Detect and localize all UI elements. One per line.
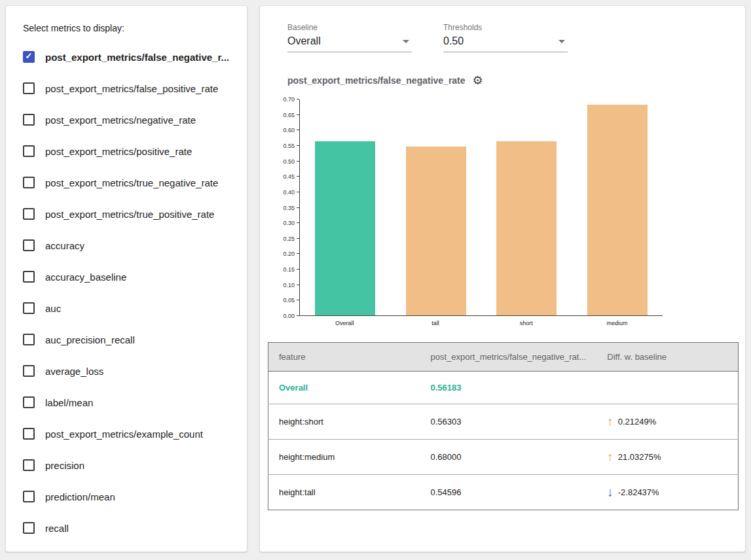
metric-checkbox-item[interactable]: auc_precision_recall	[23, 324, 231, 355]
checkbox-icon[interactable]	[23, 522, 35, 534]
thresholds-select-label: Thresholds	[443, 23, 568, 32]
y-tick-label: 0.00	[283, 313, 295, 319]
checkbox-icon[interactable]	[23, 51, 35, 63]
checkbox-icon[interactable]	[23, 82, 35, 94]
table-row: Overall 0.56183	[268, 372, 739, 404]
metric-label: post_export_metrics/negative_rate	[45, 114, 196, 126]
y-tick-label: 0.70	[283, 96, 295, 103]
metric-checkbox-item[interactable]: post_export_metrics/true_positive_rate	[23, 198, 231, 230]
bar-tall[interactable]	[406, 147, 466, 315]
checkbox-icon[interactable]	[23, 459, 35, 471]
diff-value: 0.21249%	[618, 417, 657, 427]
checkbox-icon[interactable]	[23, 114, 35, 126]
metric-label: prediction/mean	[45, 491, 115, 502]
y-tick-mark	[297, 238, 299, 239]
metric-label: post_export_metrics/false_negative_r...	[45, 52, 229, 63]
y-tick-mark	[297, 99, 299, 99]
y-tick-label: 0.50	[283, 158, 295, 165]
diff-cell: ↓ -2.82437%	[596, 475, 738, 510]
y-tick-mark	[297, 130, 299, 130]
metric-checkbox-item[interactable]: post_export_metrics/true_negative_rate	[23, 167, 231, 198]
metric-selector-panel: Select metrics to display: post_export_m…	[5, 5, 247, 552]
metric-label: recall	[45, 523, 69, 534]
table-row: height:short 0.56303 ↑ 0.21249%	[268, 404, 739, 440]
table-row: height:medium 0.68000 ↑ 21.03275%	[268, 440, 739, 475]
metric-label: post_export_metrics/true_positive_rate	[45, 209, 214, 220]
metric-checkbox-item[interactable]: precision	[23, 449, 231, 481]
y-tick-mark	[297, 145, 299, 146]
metric-checkbox-item[interactable]: recall	[23, 512, 231, 544]
metric-label: post_export_metrics/positive_rate	[45, 146, 192, 157]
header-metric-value: post_export_metrics/false_negative_rat..…	[420, 343, 597, 372]
metric-label: auc	[45, 303, 61, 314]
checkbox-icon[interactable]	[23, 177, 35, 188]
metric-checkbox-item[interactable]: post_export_metrics/positive_rate	[23, 135, 231, 167]
checkbox-icon[interactable]	[23, 208, 35, 220]
diff-arrow-icon: ↑	[607, 451, 614, 463]
checkbox-icon[interactable]	[23, 302, 35, 314]
y-tick-mark	[297, 253, 299, 254]
diff-cell: ↑ 0.21249%	[596, 404, 738, 440]
metric-value-cell: 0.54596	[420, 475, 597, 510]
header-diff-baseline: Diff. w. baseline	[596, 343, 738, 372]
y-tick-mark	[297, 114, 299, 115]
metric-list: post_export_metrics/false_negative_r... …	[23, 41, 231, 544]
table-header-row: feature post_export_metrics/false_negati…	[268, 343, 739, 372]
y-tick-mark	[297, 300, 299, 300]
bar-short[interactable]	[496, 141, 557, 315]
checkbox-icon[interactable]	[23, 396, 35, 408]
metrics-table-wrap: feature post_export_metrics/false_negati…	[268, 342, 737, 510]
bar-medium[interactable]	[587, 105, 648, 315]
bar-overall[interactable]	[315, 141, 375, 315]
metric-checkbox-item[interactable]: prediction/mean	[23, 481, 231, 512]
y-tick-mark	[297, 176, 299, 177]
settings-gear-icon[interactable]: ⚙	[473, 75, 483, 86]
metric-label: accuracy_baseline	[45, 271, 126, 283]
metric-label: post_export_metrics/true_negative_rate	[45, 177, 218, 188]
diff-value: -2.82437%	[618, 487, 659, 497]
y-tick-label: 0.35	[283, 205, 295, 211]
checkbox-icon[interactable]	[23, 428, 35, 440]
checkbox-icon[interactable]	[23, 239, 35, 251]
metric-checkbox-item[interactable]: post_export_metrics/false_positive_rate	[23, 73, 231, 104]
checkbox-icon[interactable]	[23, 365, 35, 377]
checkbox-icon[interactable]	[23, 491, 35, 502]
metric-label: auc_precision_recall	[45, 334, 135, 345]
metric-checkbox-item[interactable]: accuracy	[23, 230, 231, 261]
metric-checkbox-item[interactable]: post_export_metrics/negative_rate	[23, 104, 231, 135]
baseline-select[interactable]: Baseline Overall	[287, 23, 412, 52]
metric-checkbox-item[interactable]: post_export_metrics/false_negative_r...	[23, 41, 231, 73]
bar-chart: 0.000.050.100.150.200.250.300.350.400.45…	[274, 99, 737, 326]
x-axis: Overalltallshortmedium	[299, 316, 663, 326]
thresholds-select-value: 0.50	[443, 35, 464, 47]
checkbox-icon[interactable]	[23, 145, 35, 157]
metric-value-cell: 0.68000	[420, 440, 597, 475]
checkbox-icon[interactable]	[23, 271, 35, 283]
chevron-down-icon	[559, 40, 565, 43]
y-tick-label: 0.65	[283, 112, 295, 118]
metric-label: post_export_metrics/false_positive_rate	[45, 83, 218, 94]
metric-checkbox-item[interactable]: post_export_metrics/example_count	[23, 418, 231, 449]
metric-checkbox-item[interactable]: average_loss	[23, 355, 231, 387]
metric-value-cell: 0.56303	[420, 404, 597, 440]
y-tick-label: 0.25	[283, 236, 295, 242]
metric-label: precision	[45, 460, 84, 471]
diff-arrow-icon: ↑	[607, 415, 614, 428]
y-tick-mark	[297, 207, 299, 208]
metric-checkbox-item[interactable]: auc	[23, 292, 231, 324]
y-tick-mark	[297, 222, 299, 223]
y-tick-label: 0.05	[283, 297, 295, 304]
metric-label: post_export_metrics/example_count	[45, 429, 203, 440]
thresholds-select[interactable]: Thresholds 0.50	[443, 23, 568, 52]
y-tick-label: 0.45	[283, 173, 295, 180]
metric-checkbox-item[interactable]: accuracy_baseline	[23, 261, 231, 292]
y-tick-mark	[297, 285, 299, 285]
chart-header: post_export_metrics/false_negative_rate …	[287, 75, 737, 86]
feature-cell: Overall	[268, 372, 420, 404]
metrics-panel: Baseline Overall Thresholds 0.50 post_ex…	[259, 5, 746, 552]
metric-checkbox-item[interactable]: label/mean	[23, 387, 231, 418]
feature-cell: height:short	[268, 404, 420, 440]
x-tick-label: medium	[572, 320, 663, 326]
plot-area	[299, 99, 663, 316]
checkbox-icon[interactable]	[23, 334, 35, 345]
